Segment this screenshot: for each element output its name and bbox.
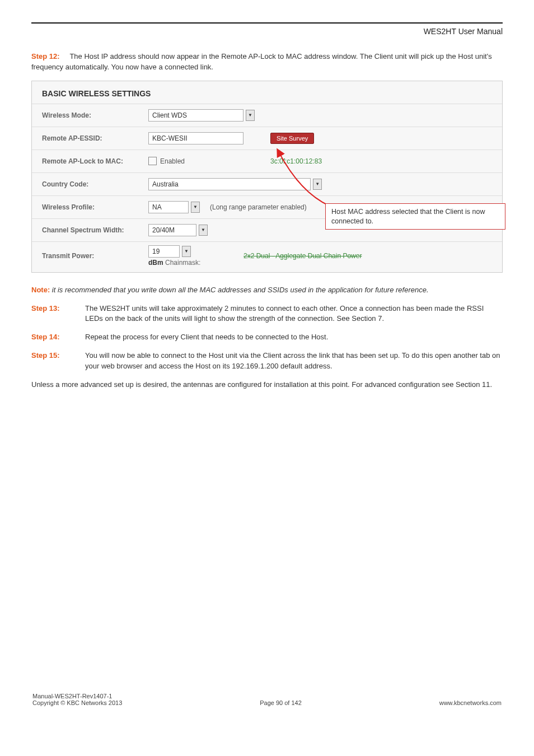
spectrum-width-value: 20/40M — [152, 224, 175, 236]
dbm-chainmask-label: dBm Chainmask: — [148, 259, 200, 267]
lock-mac-label: Remote AP-Lock to MAC: — [42, 157, 148, 165]
lock-mac-checkbox[interactable] — [148, 157, 157, 165]
spectrum-width-label: Channel Spectrum Width: — [42, 226, 148, 234]
footer-copyright: Copyright © KBC Networks 2013 — [32, 699, 122, 706]
wireless-mode-select[interactable]: Client WDS — [148, 109, 243, 122]
callout-text: Host MAC address selected that the Clien… — [331, 208, 485, 225]
chevron-down-icon[interactable]: ▼ — [246, 110, 255, 121]
closing-paragraph: Unless a more advanced set up is desired… — [31, 380, 503, 390]
transmit-power-select[interactable]: 19 — [148, 245, 180, 258]
step-12-label: Step 12: — [31, 52, 60, 60]
spectrum-width-select[interactable]: 20/40M — [148, 224, 196, 236]
wireless-profile-select[interactable]: NA — [148, 201, 189, 213]
country-code-value: Australia — [152, 178, 179, 190]
wireless-mode-label: Wireless Mode: — [42, 111, 148, 119]
step-13-text: The WES2HT units will take approximately… — [85, 304, 503, 325]
step-13-label: Step 13: — [31, 304, 85, 325]
page-header-title: WES2HT User Manual — [31, 27, 503, 36]
panel-heading: BASIC WIRELESS SETTINGS — [32, 87, 502, 104]
country-code-label: Country Code: — [42, 180, 148, 188]
basic-wireless-settings-panel: BASIC WIRELESS SETTINGS Wireless Mode: C… — [31, 81, 503, 273]
chevron-down-icon[interactable]: ▼ — [199, 225, 208, 236]
step-14-text: Repeat the process for every Client that… — [85, 332, 503, 343]
remote-essid-input[interactable]: KBC-WESII — [148, 132, 243, 144]
footer-page-number: Page 90 of 142 — [260, 699, 302, 706]
footer-left: Manual-WES2HT-Rev1407-1 Copyright © KBC … — [32, 693, 122, 706]
wireless-profile-label: Wireless Profile: — [42, 203, 148, 211]
step-15-label: Step 15: — [31, 351, 85, 372]
step-14-label: Step 14: — [31, 332, 85, 343]
transmit-power-label: Transmit Power: — [42, 252, 148, 260]
transmit-power-value: 19 — [152, 245, 160, 258]
chevron-down-icon[interactable]: ▼ — [191, 202, 200, 213]
lock-mac-enabled-label: Enabled — [160, 157, 185, 165]
footer-url: www.kbcnetworks.com — [439, 699, 502, 706]
wireless-profile-value: NA — [152, 201, 162, 213]
step-15-text: You will now be able to connect to the H… — [85, 351, 503, 372]
wireless-mode-value: Client WDS — [152, 109, 187, 122]
aggregate-chain-text: 2x2 Dual - Agglegate Dual Chain Power — [243, 252, 362, 260]
site-survey-button[interactable]: Site Survey — [270, 133, 314, 144]
chevron-down-icon[interactable]: ▼ — [182, 246, 191, 257]
step-12-text: The Host IP address should now appear in… — [31, 52, 492, 71]
note-label: Note: — [31, 286, 50, 294]
remote-essid-value: KBC-WESII — [152, 132, 188, 144]
remote-essid-label: Remote AP-ESSID: — [42, 134, 148, 142]
callout-box: Host MAC address selected that the Clien… — [325, 203, 505, 230]
footer-manual-rev: Manual-WES2HT-Rev1407-1 — [32, 693, 122, 699]
note-text: it is recommended that you write down al… — [50, 286, 428, 294]
